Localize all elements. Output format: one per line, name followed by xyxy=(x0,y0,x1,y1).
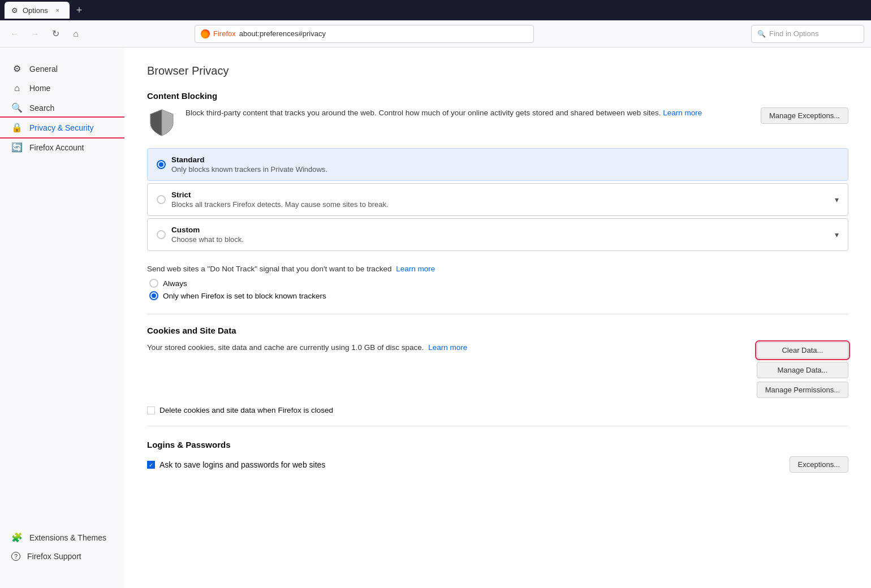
dnt-known-trackers-label: Only when Firefox is set to block known … xyxy=(163,292,326,300)
search-icon: 🔍 xyxy=(757,30,766,38)
dnt-description: Send web sites a "Do Not Track" signal t… xyxy=(147,265,848,273)
divider xyxy=(147,314,848,314)
new-tab-button[interactable]: + xyxy=(72,5,87,16)
sidebar-item-account[interactable]: 🔄 Firefox Account xyxy=(0,137,124,157)
url-address: about:preferences#privacy xyxy=(239,29,326,38)
back-button[interactable]: ← xyxy=(7,26,23,42)
reload-button[interactable]: ↻ xyxy=(48,26,63,42)
custom-radio[interactable] xyxy=(157,230,166,239)
shield-icon xyxy=(147,107,176,137)
standard-option-label: Standard xyxy=(171,155,839,164)
cookies-title: Cookies and Site Data xyxy=(147,326,848,335)
sidebar-item-home-label: Home xyxy=(29,84,50,93)
content-blocking-header: Block third-party content that tracks yo… xyxy=(147,107,848,137)
sidebar: ⚙ General ⌂ Home 🔍 Search 🔒 Privacy & Se… xyxy=(0,47,124,588)
search-icon: 🔍 xyxy=(11,102,23,113)
delete-cookies-checkbox[interactable] xyxy=(147,407,155,414)
sidebar-top: ⚙ General ⌂ Home 🔍 Search 🔒 Privacy & Se… xyxy=(0,59,124,157)
cookies-description: Your stored cookies, site data and cache… xyxy=(147,342,748,353)
custom-option-desc: Choose what to block. xyxy=(171,235,829,244)
home-button[interactable]: ⌂ xyxy=(68,26,84,42)
dnt-always-label: Always xyxy=(163,279,187,288)
home-icon: ⌂ xyxy=(11,83,23,93)
help-icon: ? xyxy=(11,552,20,561)
ask-save-label: Ask to save logins and passwords for web… xyxy=(159,460,785,469)
lock-icon: 🔒 xyxy=(11,122,23,133)
sidebar-bottom: 🧩 Extensions & Themes ? Firefox Support xyxy=(0,528,124,577)
standard-option-content: Standard Only blocks known trackers in P… xyxy=(171,155,839,174)
cookies-header: Your stored cookies, site data and cache… xyxy=(147,342,848,398)
sidebar-item-search[interactable]: 🔍 Search xyxy=(0,98,124,118)
exceptions-button[interactable]: Exceptions... xyxy=(790,456,848,473)
sidebar-item-general-label: General xyxy=(29,64,58,74)
nav-bar: ← → ↻ ⌂ Firefox about:preferences#privac… xyxy=(0,20,871,47)
custom-chevron-icon: ▾ xyxy=(835,230,839,239)
content-blocking-learn-more[interactable]: Learn more xyxy=(663,109,702,117)
dnt-always-radio[interactable] xyxy=(149,279,158,288)
custom-option-content: Custom Choose what to block. xyxy=(171,226,829,244)
cookies-learn-more[interactable]: Learn more xyxy=(428,343,467,352)
dnt-known-trackers-option[interactable]: Only when Firefox is set to block known … xyxy=(149,291,848,300)
content-blocking-description: Block third-party content that tracks yo… xyxy=(186,107,752,119)
sidebar-item-extensions-label: Extensions & Themes xyxy=(29,533,106,542)
blocking-option-strict[interactable]: Strict Blocks all trackers Firefox detec… xyxy=(147,183,848,216)
blocking-option-standard[interactable]: Standard Only blocks known trackers in P… xyxy=(147,148,848,181)
cookies-section: Cookies and Site Data Your stored cookie… xyxy=(147,326,848,414)
logins-section: Logins & Passwords Ask to save logins an… xyxy=(147,440,848,473)
logins-divider xyxy=(147,426,848,426)
dnt-always-option[interactable]: Always xyxy=(149,279,848,288)
tab-settings-icon: ⚙ xyxy=(11,6,18,15)
blocking-option-custom[interactable]: Custom Choose what to block. ▾ xyxy=(147,218,848,251)
tab-close-button[interactable]: × xyxy=(53,5,63,15)
sidebar-item-privacy[interactable]: 🔒 Privacy & Security xyxy=(0,118,124,137)
strict-chevron-icon: ▾ xyxy=(835,195,839,204)
manage-data-button[interactable]: Manage Data... xyxy=(757,362,848,378)
find-in-options-input[interactable]: 🔍 Find in Options xyxy=(751,25,864,43)
sidebar-item-search-label: Search xyxy=(29,103,54,113)
forward-button[interactable]: → xyxy=(27,26,43,42)
standard-radio[interactable] xyxy=(157,160,166,169)
sidebar-item-home[interactable]: ⌂ Home xyxy=(0,79,124,98)
strict-option-content: Strict Blocks all trackers Firefox detec… xyxy=(171,191,829,209)
dnt-options: Always Only when Firefox is set to block… xyxy=(149,279,848,300)
url-firefox-label: Firefox xyxy=(213,29,236,38)
ask-save-row: Ask to save logins and passwords for web… xyxy=(147,456,848,473)
find-options-placeholder: Find in Options xyxy=(769,29,818,38)
page-title: Browser Privacy xyxy=(147,64,848,77)
sidebar-item-extensions[interactable]: 🧩 Extensions & Themes xyxy=(0,528,124,547)
delete-cookies-label: Delete cookies and site data when Firefo… xyxy=(159,406,333,414)
sync-icon: 🔄 xyxy=(11,142,23,153)
address-bar[interactable]: Firefox about:preferences#privacy xyxy=(195,25,534,43)
sidebar-item-support[interactable]: ? Firefox Support xyxy=(0,547,124,565)
puzzle-icon: 🧩 xyxy=(11,532,23,543)
sidebar-item-account-label: Firefox Account xyxy=(29,143,84,152)
cookies-buttons: Clear Data... Manage Data... Manage Perm… xyxy=(757,342,848,398)
sidebar-item-support-label: Firefox Support xyxy=(27,552,81,561)
manage-permissions-button[interactable]: Manage Permissions... xyxy=(757,382,848,398)
dnt-learn-more[interactable]: Learn more xyxy=(396,265,435,273)
sidebar-item-privacy-label: Privacy & Security xyxy=(29,123,94,132)
browser-tab[interactable]: ⚙ Options × xyxy=(5,2,70,19)
firefox-logo-icon xyxy=(201,29,210,38)
do-not-track-section: Send web sites a "Do Not Track" signal t… xyxy=(147,265,848,300)
logins-title: Logins & Passwords xyxy=(147,440,848,449)
clear-data-button[interactable]: Clear Data... xyxy=(757,342,848,358)
sidebar-item-general[interactable]: ⚙ General xyxy=(0,59,124,79)
standard-option-desc: Only blocks known trackers in Private Wi… xyxy=(171,165,839,174)
tab-title: Options xyxy=(23,6,48,15)
content-blocking-section: Content Blocking Block third-party conte… xyxy=(147,91,848,251)
gear-icon: ⚙ xyxy=(11,63,23,74)
content-area: Browser Privacy Content Blocking Block t… xyxy=(124,47,871,588)
strict-radio[interactable] xyxy=(157,195,166,204)
main-layout: ⚙ General ⌂ Home 🔍 Search 🔒 Privacy & Se… xyxy=(0,47,871,588)
custom-option-label: Custom xyxy=(171,226,829,234)
ask-save-checkbox[interactable] xyxy=(147,461,155,469)
strict-option-label: Strict xyxy=(171,191,829,199)
title-bar: ⚙ Options × + xyxy=(0,0,871,20)
dnt-known-trackers-radio[interactable] xyxy=(149,291,158,300)
delete-cookies-checkbox-row[interactable]: Delete cookies and site data when Firefo… xyxy=(147,406,848,414)
manage-exceptions-button[interactable]: Manage Exceptions... xyxy=(761,107,848,124)
content-blocking-title: Content Blocking xyxy=(147,91,848,101)
strict-option-desc: Blocks all trackers Firefox detects. May… xyxy=(171,200,829,209)
